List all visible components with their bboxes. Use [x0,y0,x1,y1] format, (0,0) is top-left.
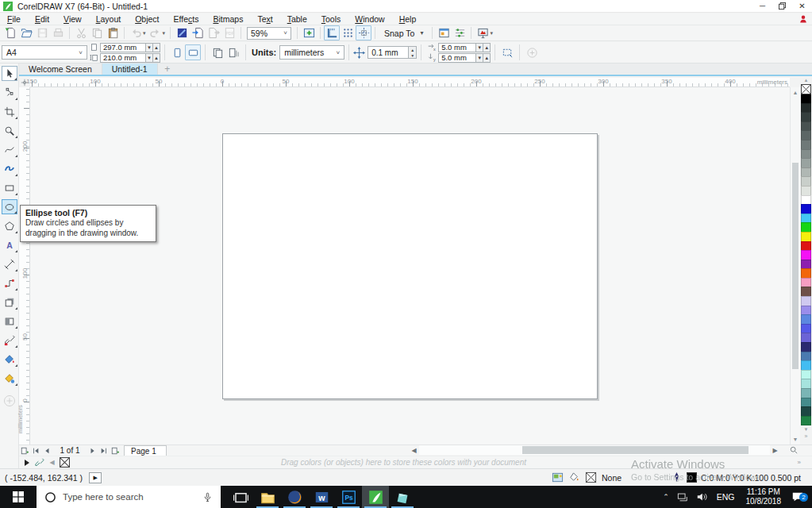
add-page-button-2[interactable] [110,445,121,456]
menu-file[interactable]: File [0,14,28,24]
text-tool[interactable]: A [2,237,17,252]
menu-window[interactable]: Window [348,14,391,24]
microphone-icon[interactable] [202,491,213,503]
object-info-icon[interactable] [552,471,564,483]
units-combo[interactable]: millimeters˅ [279,45,344,60]
options-icon[interactable] [436,25,452,40]
page-height-field[interactable]: 210.0 mm [100,53,146,63]
all-pages-button[interactable] [210,44,225,60]
artistic-media-tool[interactable] [2,161,17,176]
customize-icon[interactable] [452,25,468,40]
shape-tool[interactable] [2,85,17,100]
horizontal-scroll-thumb[interactable] [522,446,749,454]
last-page-button[interactable] [98,445,110,456]
vertical-ruler[interactable]: 200150100500 [19,87,30,444]
menu-table[interactable]: Table [280,14,314,24]
drop-shadow-tool[interactable] [2,294,17,310]
dup-x-down[interactable]: ▼ [476,43,483,52]
tab-untitled-1[interactable]: Untitled-1 [102,64,158,75]
nudge-field[interactable]: 0.1 mm [368,46,409,59]
page-width-field[interactable]: 297.0 mm [100,43,146,52]
page-height-down[interactable]: ▼ [146,53,153,63]
taskbar-coreldraw-icon[interactable] [362,486,389,508]
paste-icon[interactable] [105,25,121,40]
signin-icon[interactable] [798,14,809,24]
menu-view[interactable]: View [56,14,89,24]
rectangle-tool[interactable] [2,180,17,195]
palette-expand-icon[interactable]: » [798,459,801,466]
fullscreen-preview-icon[interactable] [301,25,317,40]
app-launcher-dropdown-caret[interactable]: ▾ [490,30,493,37]
first-page-button[interactable] [30,445,41,456]
landscape-button[interactable] [185,44,201,60]
add-page-button[interactable] [19,445,30,456]
show-grid-icon[interactable] [340,25,356,40]
app-launcher-icon[interactable] [475,25,491,40]
new-document-icon[interactable] [2,25,18,40]
dimension-tool[interactable] [2,256,17,271]
polygon-tool[interactable] [2,218,17,233]
connector-tool[interactable] [2,275,17,291]
nudge-spinner[interactable]: ▲▼ [409,46,417,59]
import-icon[interactable] [190,25,206,40]
palette-color-35[interactable] [801,416,811,426]
snap-to-dropdown[interactable]: Snap To▾ [379,29,429,38]
action-center-button[interactable]: 2 [787,491,812,503]
interactive-fill-tool[interactable] [2,352,17,367]
taskbar-corel-capture-icon[interactable] [389,486,416,508]
scroll-up-button[interactable]: ▲ [791,87,800,98]
horizontal-ruler[interactable]: millimeters15010050050100150200250300350… [30,78,790,87]
pan-zoom-icon[interactable] [788,445,799,455]
tab-welcome-screen[interactable]: Welcome Screen [19,64,102,75]
open-document-icon[interactable] [18,25,34,40]
pick-tool[interactable] [2,66,17,81]
page-height-up[interactable]: ▲ [153,53,160,63]
crop-tool[interactable] [2,104,17,119]
palette-flyout-icon[interactable] [21,457,32,468]
dup-y-up[interactable]: ▲ [483,53,491,63]
menu-layout[interactable]: Layout [89,14,129,24]
vertical-scrollbar[interactable]: ▲ ▼ [790,87,800,444]
show-rulers-icon[interactable] [324,25,340,40]
new-tab-button[interactable]: + [158,64,177,75]
taskbar-firefox-icon[interactable] [281,486,308,508]
dup-y-down[interactable]: ▼ [476,53,483,63]
scroll-left-button[interactable]: ◀ [409,447,419,454]
menu-object[interactable]: Object [128,14,166,24]
next-page-button[interactable] [87,445,98,456]
start-button[interactable] [0,486,37,508]
restore-button[interactable] [772,0,792,12]
menu-edit[interactable]: Edit [28,14,56,24]
taskbar-photoshop-icon[interactable]: Ps [335,486,362,508]
minimize-button[interactable]: ─ [752,0,772,12]
fill-color-icon[interactable] [568,471,580,483]
taskbar-task-view-icon[interactable] [227,486,254,508]
vertical-scroll-thumb[interactable] [792,163,799,369]
palette-scroll-down-icon[interactable]: ▼ [804,425,809,433]
tray-chevron-icon[interactable]: ⌃ [659,486,673,508]
coordinates-flyout-button[interactable]: ▶ [89,472,102,483]
menu-help[interactable]: Help [392,14,424,24]
network-icon[interactable] [673,486,692,508]
zoom-tool[interactable] [2,123,17,138]
clock[interactable]: 11:16 PM 10/8/2018 [741,487,787,506]
menu-effects[interactable]: Effects [167,14,206,24]
search-content-icon[interactable] [174,25,190,40]
scroll-down-button[interactable]: ▼ [791,434,800,444]
language-indicator[interactable]: ENG [711,492,741,502]
freehand-tool[interactable] [2,142,17,157]
no-color-swatch[interactable] [801,84,811,94]
horizontal-scrollbar[interactable]: ◀ ▶ [409,445,780,455]
palette-expand-icon[interactable]: » [805,433,808,441]
smart-fill-tool[interactable] [2,371,17,386]
page-width-up[interactable]: ▲ [153,43,160,52]
portrait-button[interactable] [169,44,185,60]
ellipse-tool[interactable] [2,199,17,214]
page-size-combo[interactable]: A4˅ [2,45,87,60]
page-area[interactable] [222,133,598,399]
menu-text[interactable]: Text [250,14,279,24]
menu-tools[interactable]: Tools [314,14,348,24]
taskbar-word-icon[interactable]: w [308,486,335,508]
menu-bitmaps[interactable]: Bitmaps [206,14,250,24]
outline-pen-icon[interactable] [671,471,683,483]
